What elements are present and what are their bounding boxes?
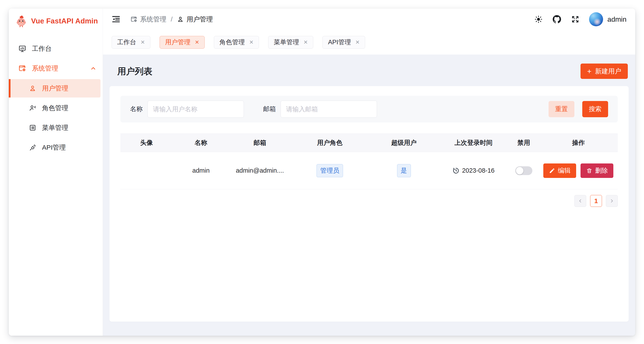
tab-label: API管理 — [328, 38, 351, 47]
breadcrumb: 系统管理 / 用户管理 — [130, 15, 213, 24]
tab-label: 角色管理 — [219, 38, 245, 47]
delete-button[interactable]: 删除 — [580, 163, 613, 178]
col-actions: 操作 — [539, 134, 618, 152]
tab-menu-management[interactable]: 菜单管理 ✕ — [268, 36, 313, 49]
clock-history-icon — [452, 167, 460, 174]
monitor-icon — [18, 45, 26, 53]
breadcrumb-label: 用户管理 — [186, 15, 213, 24]
sidebar-item-api-management[interactable]: API管理 — [9, 138, 103, 157]
tab-workbench[interactable]: 工作台 ✕ — [112, 36, 150, 49]
sidebar-item-workbench[interactable]: 工作台 — [9, 40, 103, 58]
close-icon[interactable]: ✕ — [249, 40, 254, 45]
page-title: 用户列表 — [117, 65, 152, 77]
system-settings-icon — [18, 64, 26, 72]
col-name: 名称 — [173, 134, 230, 152]
edit-label: 编辑 — [558, 166, 570, 175]
close-icon[interactable]: ✕ — [140, 40, 145, 45]
superuser-cell: 是 — [369, 152, 439, 189]
last-login-value: 2023-08-16 — [462, 167, 494, 174]
sidebar-item-label: 系统管理 — [32, 64, 58, 73]
col-last-login: 上次登录时间 — [439, 134, 508, 152]
tab-user-management[interactable]: 用户管理 ✕ — [160, 36, 205, 49]
username[interactable]: admin — [608, 15, 626, 24]
prev-page-button[interactable] — [574, 195, 586, 207]
pencil-icon — [549, 168, 555, 174]
github-icon[interactable] — [553, 15, 561, 24]
name-cell: admin — [173, 152, 230, 189]
user-icon — [29, 85, 36, 92]
search-button[interactable]: 搜索 — [582, 101, 608, 117]
chick-logo-icon — [15, 15, 28, 27]
app-title: Vue FastAPI Admin — [31, 17, 98, 25]
table-row: admin admin@admin.... 管理员 是 — [120, 152, 618, 189]
table-header-row: 头像 名称 邮箱 用户角色 超级用户 上次登录时间 禁用 操作 — [120, 134, 618, 152]
close-icon[interactable]: ✕ — [355, 40, 360, 45]
sidebar-item-label: 工作台 — [32, 44, 52, 53]
logo[interactable]: Vue FastAPI Admin — [9, 9, 103, 27]
page-number-current[interactable]: 1 — [590, 195, 602, 207]
disabled-cell — [508, 152, 539, 189]
tab-api-management[interactable]: API管理 ✕ — [322, 36, 365, 49]
edit-button[interactable]: 编辑 — [543, 163, 576, 178]
sidebar-item-menu-management[interactable]: 菜单管理 — [9, 119, 103, 137]
email-filter-label: 邮箱 — [263, 105, 276, 114]
sidebar: Vue FastAPI Admin 工作台 — [9, 9, 103, 336]
chevron-up-icon[interactable] — [90, 65, 96, 72]
theme-sun-icon[interactable] — [534, 15, 543, 24]
tab-label: 工作台 — [117, 38, 136, 47]
chevron-left-icon — [578, 198, 583, 204]
header-actions: admin — [524, 12, 626, 26]
plug-icon — [29, 144, 36, 151]
sidebar-item-user-management[interactable]: 用户管理 — [9, 79, 100, 98]
system-settings-icon — [130, 16, 138, 23]
breadcrumb-separator: / — [171, 16, 172, 23]
content: 用户列表 + 新建用户 名称 邮箱 重置 搜索 — [103, 55, 635, 336]
reset-button[interactable]: 重置 — [548, 101, 574, 117]
create-user-label: 新建用户 — [595, 67, 621, 76]
pagination: 1 — [120, 195, 618, 207]
tab-label: 用户管理 — [165, 38, 190, 47]
users-card: 名称 邮箱 重置 搜索 — [110, 86, 629, 322]
name-filter-label: 名称 — [130, 105, 143, 114]
sidebar-item-role-management[interactable]: 角色管理 — [9, 99, 103, 117]
close-icon[interactable]: ✕ — [304, 40, 308, 45]
role-icon — [29, 104, 36, 112]
disabled-toggle[interactable] — [515, 166, 532, 175]
user-avatar[interactable] — [589, 12, 603, 26]
delete-label: 删除 — [595, 166, 608, 175]
tab-role-management[interactable]: 角色管理 ✕ — [214, 36, 259, 49]
sidebar-item-system[interactable]: 系统管理 — [9, 59, 103, 77]
sidebar-item-label: 用户管理 — [42, 84, 68, 93]
user-icon — [177, 16, 184, 23]
breadcrumb-system[interactable]: 系统管理 — [130, 15, 166, 24]
tab-label: 菜单管理 — [274, 38, 299, 47]
email-filter-input[interactable] — [281, 101, 377, 118]
col-email: 邮箱 — [230, 134, 290, 152]
sidebar-item-label: 角色管理 — [42, 104, 68, 113]
plus-icon: + — [587, 68, 592, 75]
col-superuser: 超级用户 — [369, 134, 439, 152]
name-filter-input[interactable] — [148, 101, 244, 118]
avatar-cell — [120, 152, 173, 189]
fullscreen-icon[interactable] — [571, 15, 580, 24]
users-table: 头像 名称 邮箱 用户角色 超级用户 上次登录时间 禁用 操作 — [120, 133, 618, 189]
menu-list-icon — [29, 124, 36, 131]
filter-bar: 名称 邮箱 重置 搜索 — [120, 96, 618, 123]
tabbar: 工作台 ✕ 用户管理 ✕ 角色管理 ✕ 菜单管理 ✕ API管理 ✕ — [103, 30, 635, 55]
role-tag: 管理员 — [316, 164, 343, 177]
trash-icon — [586, 168, 592, 174]
next-page-button[interactable] — [606, 195, 618, 207]
breadcrumb-users[interactable]: 用户管理 — [177, 15, 213, 24]
breadcrumb-label: 系统管理 — [140, 15, 166, 24]
last-login-cell: 2023-08-16 — [439, 152, 508, 189]
close-icon[interactable]: ✕ — [195, 40, 199, 45]
main-area: 系统管理 / 用户管理 — [103, 9, 635, 336]
role-cell: 管理员 — [290, 152, 369, 189]
sidebar-collapse-icon[interactable] — [112, 15, 120, 24]
email-cell: admin@admin.... — [230, 152, 290, 189]
actions-cell: 编辑 删除 — [539, 152, 618, 189]
create-user-button[interactable]: + 新建用户 — [580, 64, 628, 79]
chevron-right-icon — [609, 198, 614, 204]
sidebar-item-label: API管理 — [42, 143, 66, 152]
sidebar-item-label: 菜单管理 — [42, 123, 68, 132]
